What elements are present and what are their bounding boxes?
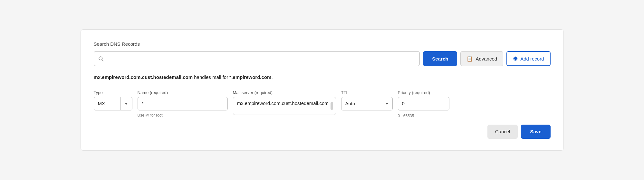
mail-server-wrapper: mx.empireword.com.cust.hostedemail.com xyxy=(233,97,336,115)
type-select-wrapper: MX xyxy=(94,97,132,110)
priority-label: Priority (required) xyxy=(398,90,449,95)
dns-records-card: Search DNS Records Search 📋 Advanced ⊕ A… xyxy=(81,29,564,151)
ttl-dropdown-button[interactable] xyxy=(385,103,389,105)
name-label: Name (required) xyxy=(138,90,228,95)
search-button[interactable]: Search xyxy=(423,51,457,66)
type-group: Type MX xyxy=(94,90,132,110)
priority-input[interactable] xyxy=(398,97,449,110)
search-row: Search 📋 Advanced ⊕ Add record xyxy=(94,51,551,66)
scroll-indicator xyxy=(331,102,333,110)
plus-icon: ⊕ xyxy=(513,56,518,62)
form-row: Type MX Name (required) Use @ for root M… xyxy=(94,90,551,118)
mail-server-label: Mail server (required) xyxy=(233,90,336,95)
ttl-label: TTL xyxy=(341,90,393,95)
ttl-chevron-icon xyxy=(385,103,389,105)
add-record-button[interactable]: ⊕ Add record xyxy=(506,51,550,66)
save-button[interactable]: Save xyxy=(521,125,550,139)
ttl-group: TTL Auto xyxy=(341,90,393,110)
ttl-select-wrapper: Auto xyxy=(341,97,393,110)
type-value: MX xyxy=(94,101,120,106)
info-domain: mx.empireword.com.cust.hostedemail.com xyxy=(94,74,193,80)
name-hint: Use @ for root xyxy=(138,113,228,118)
list-icon: 📋 xyxy=(466,56,473,62)
search-input[interactable] xyxy=(106,56,416,62)
action-row: Cancel Save xyxy=(94,125,551,139)
info-wildcard: *.empireword.com xyxy=(229,74,271,80)
cancel-button[interactable]: Cancel xyxy=(487,125,518,139)
info-handles: handles mail for xyxy=(193,74,229,80)
type-label: Type xyxy=(94,90,132,95)
mail-server-input[interactable]: mx.empireword.com.cust.hostedemail.com xyxy=(237,97,331,115)
advanced-label: Advanced xyxy=(476,56,497,62)
add-record-label: Add record xyxy=(520,56,544,62)
mail-server-group: Mail server (required) mx.empireword.com… xyxy=(233,90,336,115)
name-input[interactable] xyxy=(138,97,228,110)
priority-range: 0 - 65535 xyxy=(398,114,449,118)
chevron-down-icon xyxy=(125,103,128,105)
section-title: Search DNS Records xyxy=(94,41,551,47)
search-icon xyxy=(98,56,104,62)
priority-group: Priority (required) 0 - 65535 xyxy=(398,90,449,118)
info-period: . xyxy=(271,74,273,80)
advanced-button[interactable]: 📋 Advanced xyxy=(460,51,503,66)
ttl-value: Auto xyxy=(345,101,383,106)
info-text: mx.empireword.com.cust.hostedemail.com h… xyxy=(94,74,551,81)
search-input-wrapper xyxy=(94,51,420,66)
name-group: Name (required) Use @ for root xyxy=(138,90,228,118)
svg-line-1 xyxy=(102,60,103,61)
type-dropdown-button[interactable] xyxy=(120,97,132,110)
